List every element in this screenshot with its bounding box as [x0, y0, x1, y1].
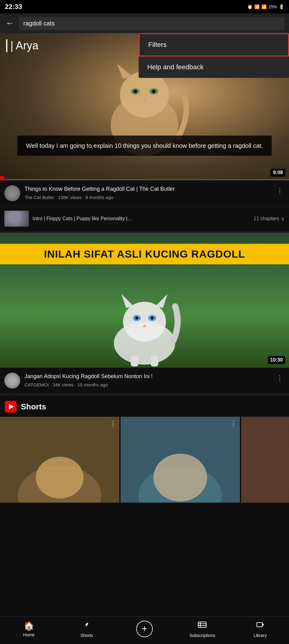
- plus-icon: +: [142, 623, 148, 634]
- svg-marker-12: [155, 294, 168, 308]
- wifi-icon: 📶: [254, 4, 260, 9]
- video1-title[interactable]: Things to Know Before Getting a Ragdoll …: [25, 185, 271, 193]
- svg-marker-11: [121, 294, 134, 308]
- chapters-count: 11 chapters ∨: [253, 216, 285, 222]
- search-bar: ← ragdoll cats: [0, 13, 289, 33]
- shorts-section-header: Shorts: [0, 395, 289, 417]
- svg-rect-26: [241, 417, 289, 503]
- video2-banner-text: INILAH SIFAT ASLI KUCING RAGDOLL: [6, 248, 283, 260]
- short2-more-button[interactable]: ⋮: [230, 420, 237, 428]
- short2-image: [121, 417, 240, 503]
- battery-text: 15%: [268, 4, 277, 9]
- progress-bar: [0, 179, 289, 180]
- video1-sub: The Cat Butler · 138K views · 8 months a…: [25, 195, 271, 200]
- video1-avatar-image: [4, 185, 20, 201]
- chapter-text: Intro | Floppy Cats | Puppy like Persona…: [33, 216, 250, 221]
- video2-meta: Jangan Adopsi Kucing Ragdoll Sebelum Non…: [25, 373, 271, 387]
- video1-avatar[interactable]: [4, 185, 20, 201]
- nav-library[interactable]: Library: [231, 620, 289, 638]
- nav-home[interactable]: 🏠 Home: [0, 621, 58, 637]
- svg-point-22: [36, 457, 84, 498]
- status-time: 22:33: [5, 3, 22, 11]
- svg-point-10: [123, 302, 166, 342]
- svg-marker-2: [117, 64, 132, 79]
- nav-add[interactable]: +: [116, 621, 173, 637]
- video2-info: Jangan Adopsi Kucing Ragdoll Sebelum Non…: [0, 368, 289, 395]
- shorts-play-icon: [9, 404, 14, 409]
- cat2-svg: [102, 282, 187, 368]
- chevron-down-icon: ∨: [281, 216, 285, 222]
- shorts-thumbnails-row: ⋮ ⋮: [0, 417, 289, 504]
- video2-cat-image: [102, 282, 187, 362]
- chapter-thumbnail: [4, 211, 29, 227]
- video1-more-button[interactable]: ⋮: [275, 185, 285, 196]
- short3-image: [241, 417, 289, 503]
- shorts-nav-icon: [82, 620, 91, 631]
- nav-subscriptions[interactable]: Subscriptions: [173, 620, 231, 638]
- chapters-count-label: 11 chapters: [253, 216, 279, 221]
- search-input[interactable]: ragdoll cats: [19, 17, 285, 30]
- library-icon: [256, 620, 265, 631]
- svg-point-25: [153, 454, 207, 502]
- shorts-icon-svg: [82, 620, 91, 629]
- svg-marker-32: [262, 623, 264, 626]
- svg-point-16: [151, 316, 154, 320]
- bottom-navigation: 🏠 Home Shorts + Subscriptions: [0, 616, 289, 644]
- home-icon: 🏠: [24, 621, 34, 631]
- svg-point-1: [120, 71, 169, 117]
- chapter-thumb-inner: [4, 211, 29, 227]
- help-feedback-menu-item[interactable]: Help and feedback: [139, 56, 289, 78]
- video2-thumbnail[interactable]: INILAH SIFAT ASLI KUCING RAGDOLL 10:30: [0, 233, 289, 368]
- status-bar: 22:33 ⏰ 📶 📶 15% 🔋: [0, 0, 289, 13]
- status-icons: ⏰ 📶 📶 15% 🔋: [247, 4, 284, 9]
- chapters-row[interactable]: Intro | Floppy Cats | Puppy like Persona…: [0, 206, 289, 233]
- nav-home-label: Home: [23, 632, 35, 637]
- svg-rect-18: [131, 355, 138, 366]
- nav-shorts-label: Shorts: [80, 633, 93, 638]
- svg-point-15: [135, 316, 138, 320]
- video2-yellow-banner: INILAH SIFAT ASLI KUCING RAGDOLL: [0, 244, 289, 264]
- svg-rect-19: [151, 355, 158, 366]
- video1-arya-label: | Arya: [6, 39, 38, 52]
- nav-shorts[interactable]: Shorts: [58, 620, 115, 638]
- video2-title[interactable]: Jangan Adopsi Kucing Ragdoll Sebelum Non…: [25, 373, 271, 380]
- short1-image: [0, 417, 119, 503]
- signal-icon: 📶: [261, 4, 267, 9]
- video2-avatar[interactable]: [4, 373, 20, 389]
- shorts-label: Shorts: [21, 402, 46, 412]
- video1-info: Things to Know Before Getting a Ragdoll …: [0, 180, 289, 206]
- short-thumb-3[interactable]: [241, 417, 289, 503]
- svg-rect-31: [257, 623, 262, 627]
- add-button[interactable]: +: [136, 621, 153, 637]
- video1-duration: 9:08: [271, 169, 285, 177]
- subscriptions-icon: [198, 620, 207, 631]
- video1-meta: Things to Know Before Getting a Ragdoll …: [25, 185, 271, 200]
- short-thumb-2[interactable]: ⋮: [121, 417, 240, 503]
- shorts-icon: [5, 401, 17, 412]
- filters-menu-item[interactable]: Filters: [139, 33, 289, 56]
- short-thumb-1[interactable]: ⋮: [0, 417, 119, 503]
- battery-icon: 🔋: [279, 4, 284, 9]
- video2-duration: 10:30: [268, 356, 285, 364]
- svg-point-7: [152, 90, 156, 93]
- nav-subscriptions-label: Subscriptions: [189, 633, 215, 638]
- progress-dot: [0, 176, 4, 180]
- alarm-icon: ⏰: [247, 4, 252, 9]
- nav-library-label: Library: [253, 633, 267, 638]
- video2-sub: CATGEMOI · 34K views · 10 months ago: [25, 382, 271, 387]
- subscriptions-icon-svg: [198, 620, 207, 629]
- library-icon-svg: [256, 620, 265, 629]
- back-button[interactable]: ←: [4, 17, 15, 29]
- video1-subtitle: Well today I am going to explain 10 thin…: [17, 136, 272, 156]
- dropdown-menu: Filters Help and feedback: [139, 33, 289, 78]
- svg-point-6: [133, 90, 137, 93]
- video2-more-button[interactable]: ⋮: [275, 373, 285, 384]
- short1-more-button[interactable]: ⋮: [110, 420, 116, 428]
- nav-spacer: [0, 504, 289, 532]
- svg-rect-27: [198, 622, 206, 627]
